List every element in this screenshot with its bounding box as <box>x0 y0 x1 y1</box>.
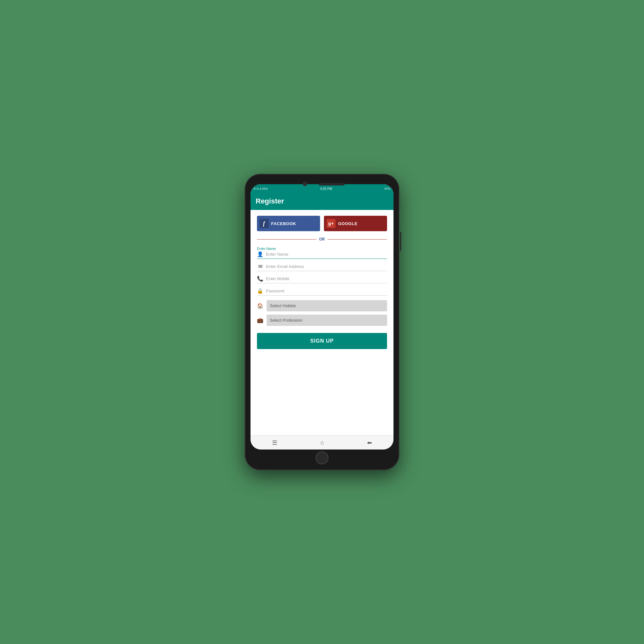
facebook-icon: f <box>260 219 269 228</box>
google-plus-icon: g+ <box>327 219 336 228</box>
facebook-button[interactable]: f FACEBOOK <box>257 216 320 231</box>
status-time: 4:25 PM <box>320 187 332 191</box>
back-nav-icon[interactable]: ⬅ <box>367 439 372 446</box>
home-nav-icon[interactable]: ⌂ <box>320 439 324 446</box>
speaker <box>319 183 345 185</box>
page-title: Register <box>256 197 388 205</box>
name-input[interactable] <box>266 251 387 257</box>
social-buttons-row: f FACEBOOK g+ GOOGLE <box>257 216 387 231</box>
password-input[interactable] <box>266 288 387 294</box>
google-label: GOOGLE <box>338 221 357 226</box>
signal-text: E G 4.2K/s <box>254 187 268 190</box>
menu-nav-icon[interactable]: ☰ <box>272 439 277 446</box>
person-icon: 👤 <box>257 251 263 257</box>
or-line-left <box>257 239 317 240</box>
hobbie-select[interactable]: Select Hobbie <box>267 300 387 311</box>
bottom-nav: ☰ ⌂ ⬅ <box>251 435 393 450</box>
password-field: 🔒 <box>257 288 387 296</box>
screen-content: f FACEBOOK g+ GOOGLE OR Enter Name 👤 <box>251 210 393 435</box>
name-label: Enter Name <box>257 247 387 251</box>
signup-button[interactable]: SIGN UP <box>257 333 387 349</box>
side-button <box>400 232 401 251</box>
password-field-row: 🔒 <box>257 288 387 296</box>
profession-select-field: 💼 Select Profession <box>257 315 387 326</box>
email-field: ✉ <box>257 263 387 271</box>
profession-select[interactable]: Select Profession <box>267 315 387 326</box>
email-field-row: ✉ <box>257 263 387 271</box>
or-divider: OR <box>257 237 387 241</box>
hobbie-select-field: 🏠 Select Hobbie <box>257 300 387 311</box>
google-button[interactable]: g+ GOOGLE <box>324 216 387 231</box>
camera <box>303 182 307 186</box>
name-field-row: 👤 <box>257 251 387 259</box>
email-icon: ✉ <box>257 263 263 270</box>
lock-icon: 🔒 <box>257 288 263 294</box>
profession-icon: 💼 <box>257 317 263 323</box>
status-right: 97% <box>384 187 390 190</box>
or-text: OR <box>319 237 325 241</box>
phone-screen: E G 4.2K/s 4:25 PM 97% Register f FACEBO… <box>251 184 393 450</box>
mobile-field: 📞 <box>257 276 387 283</box>
facebook-label: FACEBOOK <box>271 221 296 226</box>
hobbie-icon: 🏠 <box>257 303 263 309</box>
home-button[interactable] <box>316 451 328 464</box>
email-input[interactable] <box>266 263 387 270</box>
battery-text: 97% <box>384 187 390 190</box>
status-bar: E G 4.2K/s 4:25 PM 97% <box>251 184 393 193</box>
phone-icon: 📞 <box>257 276 263 282</box>
or-line-right <box>327 239 387 240</box>
mobile-field-row: 📞 <box>257 276 387 283</box>
app-header: Register <box>251 193 393 210</box>
status-left: E G 4.2K/s <box>254 187 268 190</box>
name-field: Enter Name 👤 <box>257 247 387 259</box>
phone-device: E G 4.2K/s 4:25 PM 97% Register f FACEBO… <box>245 174 399 470</box>
mobile-input[interactable] <box>266 276 387 282</box>
